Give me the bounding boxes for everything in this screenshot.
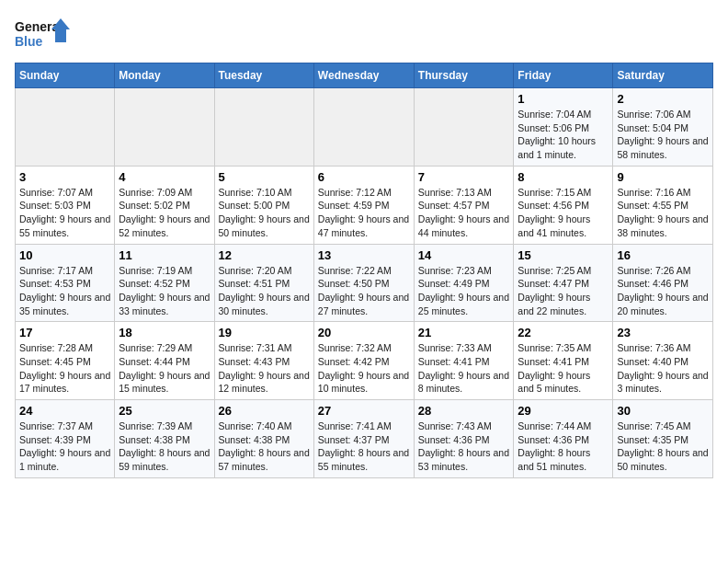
day-number: 17 [19,326,110,339]
calendar-cell: 2Sunrise: 7:06 AM Sunset: 5:04 PM Daylig… [613,88,713,167]
calendar-cell: 22Sunrise: 7:35 AM Sunset: 4:41 PM Dayli… [514,322,613,400]
day-info: Sunrise: 7:09 AM Sunset: 5:02 PM Dayligh… [119,186,210,240]
day-info: Sunrise: 7:39 AM Sunset: 4:38 PM Dayligh… [119,419,210,474]
calendar-cell [313,88,414,167]
header: General Blue [15,15,713,55]
calendar-cell: 12Sunrise: 7:20 AM Sunset: 4:51 PM Dayli… [214,244,313,322]
day-info: Sunrise: 7:37 AM Sunset: 4:39 PM Dayligh… [19,419,110,474]
day-number: 2 [617,92,709,106]
day-info: Sunrise: 7:25 AM Sunset: 4:47 PM Dayligh… [518,264,609,318]
day-number: 13 [318,248,410,262]
day-number: 10 [19,248,110,262]
svg-text:Blue: Blue [15,34,43,49]
day-number: 16 [617,248,709,262]
calendar-cell: 16Sunrise: 7:26 AM Sunset: 4:46 PM Dayli… [613,244,713,322]
day-number: 18 [119,326,210,339]
calendar-cell: 5Sunrise: 7:10 AM Sunset: 5:00 PM Daylig… [214,166,313,244]
calendar-cell: 20Sunrise: 7:32 AM Sunset: 4:42 PM Dayli… [313,322,414,400]
day-number: 3 [19,170,110,184]
calendar-cell: 3Sunrise: 7:07 AM Sunset: 5:03 PM Daylig… [16,166,115,244]
day-info: Sunrise: 7:04 AM Sunset: 5:06 PM Dayligh… [518,108,609,162]
calendar-cell: 29Sunrise: 7:44 AM Sunset: 4:36 PM Dayli… [514,400,613,478]
calendar-cell: 8Sunrise: 7:15 AM Sunset: 4:56 PM Daylig… [514,166,613,244]
day-info: Sunrise: 7:06 AM Sunset: 5:04 PM Dayligh… [617,108,709,162]
week-row-5: 24Sunrise: 7:37 AM Sunset: 4:39 PM Dayli… [16,400,713,478]
calendar-cell: 21Sunrise: 7:33 AM Sunset: 4:41 PM Dayli… [414,322,514,400]
calendar-cell: 6Sunrise: 7:12 AM Sunset: 4:59 PM Daylig… [313,166,414,244]
day-info: Sunrise: 7:36 AM Sunset: 4:40 PM Dayligh… [617,341,709,396]
day-info: Sunrise: 7:29 AM Sunset: 4:44 PM Dayligh… [119,341,210,396]
day-info: Sunrise: 7:07 AM Sunset: 5:03 PM Dayligh… [19,186,110,240]
calendar-cell: 13Sunrise: 7:22 AM Sunset: 4:50 PM Dayli… [313,244,414,322]
calendar-table: SundayMondayTuesdayWednesdayThursdayFrid… [15,63,713,478]
day-number: 28 [418,404,510,418]
day-number: 4 [119,170,210,184]
week-row-2: 3Sunrise: 7:07 AM Sunset: 5:03 PM Daylig… [16,166,713,244]
day-header-wednesday: Wednesday [313,63,414,88]
day-info: Sunrise: 7:23 AM Sunset: 4:49 PM Dayligh… [418,264,510,318]
day-number: 29 [518,404,609,418]
logo-svg: General Blue [15,15,70,55]
day-info: Sunrise: 7:13 AM Sunset: 4:57 PM Dayligh… [418,186,510,240]
day-number: 25 [119,404,210,418]
day-info: Sunrise: 7:32 AM Sunset: 4:42 PM Dayligh… [318,341,410,396]
day-info: Sunrise: 7:35 AM Sunset: 4:41 PM Dayligh… [518,341,609,396]
calendar-cell [414,88,514,167]
day-number: 27 [318,404,410,418]
day-number: 23 [617,326,709,339]
day-info: Sunrise: 7:28 AM Sunset: 4:45 PM Dayligh… [19,341,110,396]
calendar-cell: 27Sunrise: 7:41 AM Sunset: 4:37 PM Dayli… [313,400,414,478]
calendar-cell: 24Sunrise: 7:37 AM Sunset: 4:39 PM Dayli… [16,400,115,478]
day-number: 19 [219,326,310,339]
day-number: 6 [318,170,410,184]
day-number: 24 [19,404,110,418]
day-number: 30 [617,404,709,418]
calendar-cell: 11Sunrise: 7:19 AM Sunset: 4:52 PM Dayli… [115,244,214,322]
day-number: 20 [318,326,410,339]
day-info: Sunrise: 7:44 AM Sunset: 4:36 PM Dayligh… [518,419,609,474]
day-info: Sunrise: 7:16 AM Sunset: 4:55 PM Dayligh… [617,186,709,240]
calendar-cell [16,88,115,167]
calendar-cell: 7Sunrise: 7:13 AM Sunset: 4:57 PM Daylig… [414,166,514,244]
calendar-cell [214,88,313,167]
day-header-saturday: Saturday [613,63,713,88]
calendar-cell: 1Sunrise: 7:04 AM Sunset: 5:06 PM Daylig… [514,88,613,167]
day-info: Sunrise: 7:19 AM Sunset: 4:52 PM Dayligh… [119,264,210,318]
day-number: 5 [219,170,310,184]
day-info: Sunrise: 7:12 AM Sunset: 4:59 PM Dayligh… [318,186,410,240]
week-row-1: 1Sunrise: 7:04 AM Sunset: 5:06 PM Daylig… [16,88,713,167]
day-header-thursday: Thursday [414,63,514,88]
day-header-sunday: Sunday [16,63,115,88]
day-number: 15 [518,248,609,262]
week-row-3: 10Sunrise: 7:17 AM Sunset: 4:53 PM Dayli… [16,244,713,322]
calendar-cell: 4Sunrise: 7:09 AM Sunset: 5:02 PM Daylig… [115,166,214,244]
calendar-cell: 17Sunrise: 7:28 AM Sunset: 4:45 PM Dayli… [16,322,115,400]
day-number: 14 [418,248,510,262]
calendar-cell: 25Sunrise: 7:39 AM Sunset: 4:38 PM Dayli… [115,400,214,478]
day-number: 8 [518,170,609,184]
calendar-cell: 18Sunrise: 7:29 AM Sunset: 4:44 PM Dayli… [115,322,214,400]
day-info: Sunrise: 7:40 AM Sunset: 4:38 PM Dayligh… [219,419,310,474]
day-info: Sunrise: 7:15 AM Sunset: 4:56 PM Dayligh… [518,186,609,240]
calendar-cell: 30Sunrise: 7:45 AM Sunset: 4:35 PM Dayli… [613,400,713,478]
day-info: Sunrise: 7:33 AM Sunset: 4:41 PM Dayligh… [418,341,510,396]
day-number: 1 [518,92,609,106]
day-header-friday: Friday [514,63,613,88]
calendar-cell: 9Sunrise: 7:16 AM Sunset: 4:55 PM Daylig… [613,166,713,244]
day-number: 21 [418,326,510,339]
calendar-cell: 14Sunrise: 7:23 AM Sunset: 4:49 PM Dayli… [414,244,514,322]
day-number: 12 [219,248,310,262]
calendar-cell: 19Sunrise: 7:31 AM Sunset: 4:43 PM Dayli… [214,322,313,400]
week-row-4: 17Sunrise: 7:28 AM Sunset: 4:45 PM Dayli… [16,322,713,400]
day-number: 26 [219,404,310,418]
calendar-cell: 28Sunrise: 7:43 AM Sunset: 4:36 PM Dayli… [414,400,514,478]
day-info: Sunrise: 7:10 AM Sunset: 5:00 PM Dayligh… [219,186,310,240]
day-info: Sunrise: 7:31 AM Sunset: 4:43 PM Dayligh… [219,341,310,396]
day-info: Sunrise: 7:43 AM Sunset: 4:36 PM Dayligh… [418,419,510,474]
calendar-cell: 26Sunrise: 7:40 AM Sunset: 4:38 PM Dayli… [214,400,313,478]
calendar-cell: 23Sunrise: 7:36 AM Sunset: 4:40 PM Dayli… [613,322,713,400]
day-info: Sunrise: 7:17 AM Sunset: 4:53 PM Dayligh… [19,264,110,318]
day-number: 11 [119,248,210,262]
day-header-tuesday: Tuesday [214,63,313,88]
calendar-cell: 10Sunrise: 7:17 AM Sunset: 4:53 PM Dayli… [16,244,115,322]
